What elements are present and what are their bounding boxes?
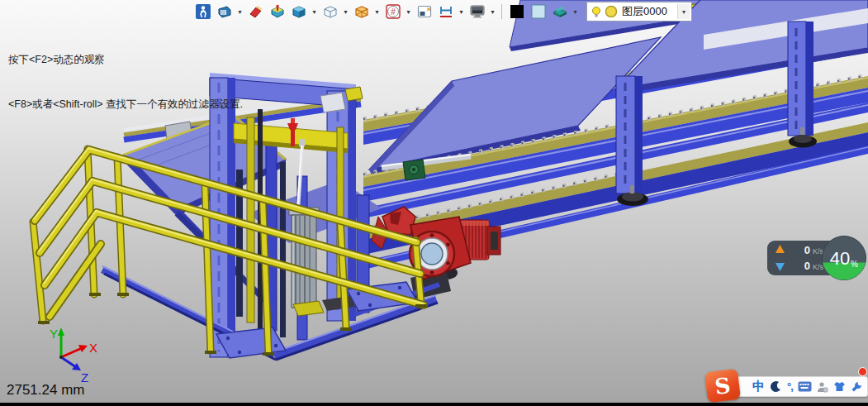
dropdown-caret[interactable]: ▾: [458, 2, 465, 21]
layer-visibility-bulb-icon: [591, 4, 602, 19]
dropdown-caret[interactable]: ▾: [373, 2, 381, 21]
mount-bracket: [320, 93, 345, 112]
support-post[interactable]: [788, 21, 817, 148]
ime-keyboard-icon[interactable]: [798, 379, 812, 395]
render-hash-icon[interactable]: #: [383, 2, 402, 21]
orange-wireframe-cube-icon[interactable]: [352, 2, 371, 21]
ime-notification-dot[interactable]: [858, 367, 867, 376]
ime-toolbar[interactable]: 中 °, S: [706, 370, 868, 404]
measurement-readout: 2751.24 mm: [7, 382, 85, 399]
application-window: Y X Z ▾ ▾ ▾ ▾ # ▾: [0, 0, 868, 406]
walk-observe-icon[interactable]: [193, 2, 212, 21]
display-monitor-icon[interactable]: [467, 2, 486, 21]
measure-distance-icon[interactable]: [436, 2, 455, 21]
svg-text:#: #: [391, 7, 396, 17]
net-speed-widget[interactable]: 0 K/s 0 K/s 40 %: [764, 236, 868, 287]
view-toolbar: ▾ ▾ ▾ ▾ # ▾ ▾ ▾: [193, 2, 692, 21]
view-stamp-icon[interactable]: [215, 2, 234, 21]
ime-settings-wrench-icon[interactable]: [851, 379, 862, 395]
orientation-triad: Y X Z: [50, 327, 97, 385]
ime-account-icon[interactable]: [817, 379, 828, 395]
hint-line-2: <F8>或者<Shift-roll> 查找下一个有效的过滤器设置.: [8, 97, 243, 112]
clamp-block: [345, 87, 363, 101]
axis-y-label: Y: [50, 327, 58, 341]
toolbar-separator: [501, 4, 502, 19]
sogou-logo[interactable]: S: [704, 369, 741, 404]
ime-bar-body: 中 °,: [723, 376, 868, 397]
dropdown-caret[interactable]: ▾: [405, 2, 412, 21]
ime-fullhalf-moon-icon[interactable]: [770, 379, 782, 395]
download-value: 0: [804, 260, 810, 272]
hint-line-1: 按下<F2>动态的观察: [8, 52, 243, 67]
pinned-view-icon[interactable]: [268, 2, 287, 21]
layer-selector[interactable]: 图层0000 ▾: [586, 2, 692, 21]
lightblue-color-swatch[interactable]: [529, 2, 548, 21]
dropdown-caret[interactable]: ▾: [489, 2, 496, 21]
axis-x-label: X: [89, 341, 97, 355]
ime-lang-toggle[interactable]: 中: [752, 379, 765, 395]
usage-percent-unit: %: [851, 260, 858, 269]
eraser-icon[interactable]: [246, 2, 265, 21]
layer-name: 图层0000: [620, 4, 675, 19]
dropdown-caret[interactable]: ▾: [236, 2, 244, 21]
shaded-cube-icon[interactable]: [289, 2, 308, 21]
black-color-swatch[interactable]: [507, 2, 526, 21]
wireframe-cube-icon[interactable]: [320, 2, 339, 21]
fit-view-icon[interactable]: [415, 2, 434, 21]
status-hints: 按下<F2>动态的观察 <F8>或者<Shift-roll> 查找下一个有效的过…: [8, 22, 243, 141]
dropdown-caret[interactable]: ▾: [572, 2, 579, 21]
dropdown-caret[interactable]: ▾: [311, 2, 318, 21]
layer-color-circle-icon: [605, 4, 618, 19]
pneumatic-cylinder[interactable]: [289, 139, 319, 308]
download-unit: K/s: [813, 263, 824, 271]
layer-dropdown-caret[interactable]: ▾: [677, 4, 690, 19]
upload-value: 0: [804, 244, 810, 256]
surface-style-icon[interactable]: [550, 2, 569, 21]
ime-punct-toggle[interactable]: °,: [787, 379, 793, 395]
usage-percent: 40: [830, 248, 850, 269]
ime-skin-icon[interactable]: [833, 379, 846, 395]
dropdown-caret[interactable]: ▾: [342, 2, 349, 21]
